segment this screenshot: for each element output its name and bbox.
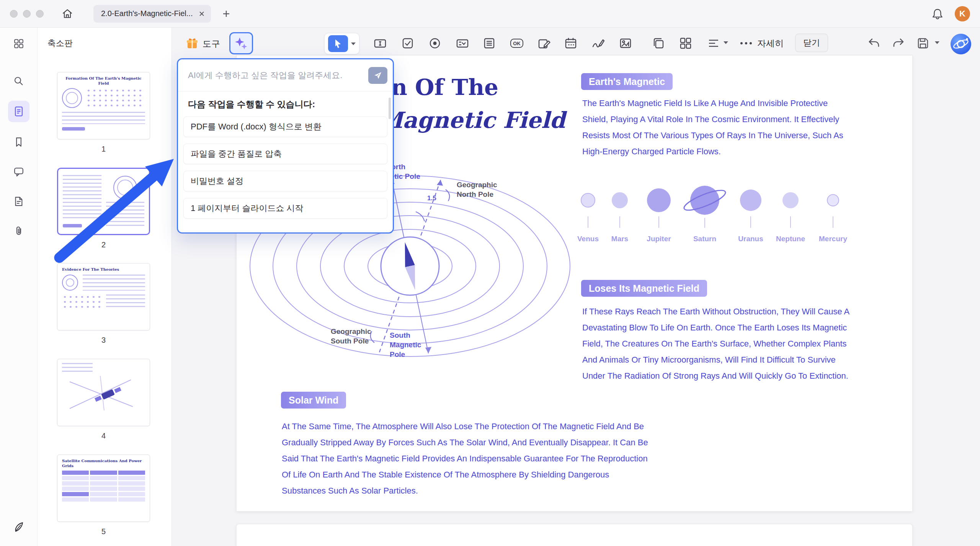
south-magnetic-pole-label: South Magnetic Pole [390, 330, 421, 359]
sidebar-item-search[interactable] [10, 72, 28, 90]
pen-nib-icon [13, 521, 25, 533]
section-paragraph-1: The Earth's Magnetic Field Is Like A Hug… [582, 95, 850, 160]
tools-menu-button[interactable]: 도구 [182, 34, 224, 54]
ai-assistant-button[interactable] [229, 32, 253, 54]
tab-title: 2.0-Earth's-Magnetic-Fiel... [101, 9, 193, 18]
signature-tool-button[interactable] [590, 34, 607, 52]
thumbnail-page-1[interactable]: Formation Of The Earth's Magnetic Field [57, 72, 150, 139]
thumbnail-page-3[interactable]: Evidence For The Theories [57, 263, 150, 330]
document-icon [13, 105, 25, 118]
push-button-tool-button[interactable]: OK [508, 34, 526, 52]
geographic-south-pole-label: Geographic South Pole [331, 327, 371, 346]
align-tool-button[interactable] [705, 34, 722, 52]
image-field-tool-button[interactable] [617, 34, 634, 52]
section-badge-earths-magnetic: Earth's Magnetic [581, 73, 673, 90]
traffic-light-minimize-button[interactable] [23, 10, 31, 18]
avatar-initial: K [959, 9, 965, 19]
user-avatar[interactable]: K [955, 6, 970, 21]
thumbnail-title: Satellite Communications And Power Grids [62, 459, 145, 468]
tab-close-button[interactable] [199, 11, 205, 17]
save-dropdown-chevron-icon[interactable] [935, 41, 939, 44]
page-number-label: 5 [57, 527, 150, 536]
date-field-tool-button[interactable] [562, 34, 580, 52]
more-tools-label: 자세히 [757, 38, 784, 49]
page-number-label: 4 [57, 432, 150, 440]
organize-pages-button[interactable] [677, 34, 694, 52]
tools-menu-label: 도구 [203, 38, 220, 50]
new-tab-button[interactable] [219, 6, 234, 21]
thumbnail-page-4[interactable] [57, 359, 150, 426]
sidebar-item-pen-tools[interactable] [10, 518, 28, 536]
select-tool-group [324, 33, 359, 54]
close-toolbar-button[interactable]: 닫기 [795, 34, 828, 52]
ai-suggestion-set-password[interactable]: 비밀번호 설정 [183, 171, 387, 191]
ok-stamp-label: OK [510, 39, 523, 48]
planet-label-jupiter: Jupiter [632, 235, 686, 243]
sidebar-item-thumbnails[interactable] [8, 101, 29, 122]
geographic-north-pole-label: Geographic North Pole [457, 180, 497, 199]
combo-box-tool-button[interactable] [454, 34, 471, 52]
ai-command-input[interactable] [188, 70, 364, 80]
mini-text [62, 112, 145, 124]
ai-popup-header: 다음 작업을 수행할 수 있습니다: [188, 98, 383, 110]
notifications-button[interactable] [931, 7, 944, 20]
redo-button[interactable] [890, 34, 907, 52]
tilt-angle-label: 1.5 [427, 193, 436, 203]
mini-satellite-diagram [62, 372, 146, 414]
planet-label-mercury: Mercury [806, 235, 860, 243]
ai-input-row [178, 59, 393, 92]
document-page-2-preview[interactable] [236, 524, 913, 546]
search-icon [13, 75, 24, 87]
select-tool-dropdown-chevron-icon[interactable] [351, 43, 356, 45]
radio-button-tool-button[interactable] [426, 34, 444, 52]
ai-sparkle-icon [234, 36, 248, 50]
page-icon [13, 196, 24, 207]
gift-icon [186, 37, 199, 50]
send-button[interactable] [368, 67, 387, 84]
list-box-tool-button[interactable] [480, 34, 498, 52]
undo-button[interactable] [865, 34, 883, 52]
section-paragraph-3: At The Same Time, The Atmosphere Will Al… [282, 418, 651, 499]
section-badge-loses-field: Loses Its Magnetic Field [581, 280, 707, 297]
popup-scrollbar[interactable] [389, 98, 391, 119]
copy-tool-button[interactable] [650, 34, 667, 52]
send-icon [373, 71, 382, 80]
ai-orb-icon [950, 33, 972, 55]
edit-field-tool-button[interactable] [535, 34, 553, 52]
sidebar-item-pages[interactable] [10, 192, 28, 211]
section-paragraph-2: If These Rays Reach The Earth Without Ob… [582, 304, 850, 384]
ai-suggestion-start-slideshow[interactable]: 1 페이지부터 슬라이드쇼 시작 [183, 198, 387, 219]
mini-dots [86, 88, 145, 107]
mini-badge [62, 127, 85, 131]
sidebar-item-attachments[interactable] [10, 222, 28, 240]
bookmark-icon [13, 136, 24, 148]
traffic-light-zoom-button[interactable] [36, 10, 44, 18]
ai-suggestion-compress-file[interactable]: 파일을 중간 품질로 압축 [183, 144, 387, 164]
sidebar-item-bookmarks[interactable] [10, 133, 28, 151]
align-dropdown-chevron-icon[interactable] [724, 41, 728, 44]
save-button[interactable] [914, 34, 932, 52]
ai-popup: 다음 작업을 수행할 수 있습니다: PDF를 Word (.docx) 형식으… [177, 58, 394, 234]
navigation-rail [0, 28, 38, 546]
document-tab[interactable]: 2.0-Earth's-Magnetic-Fiel... [93, 5, 211, 23]
mini-diagram [62, 88, 82, 108]
thumbnail-page-5[interactable]: Satellite Communications And Power Grids [57, 454, 150, 522]
more-tools-button[interactable]: 자세히 [737, 34, 787, 52]
select-tool-button[interactable] [328, 35, 348, 52]
thumbnail-title: Formation Of The Earth's Magnetic Field [62, 76, 145, 86]
planets-figure [573, 183, 864, 232]
checkbox-tool-button[interactable] [399, 34, 416, 52]
apps-grid-icon [13, 38, 24, 49]
comment-icon [13, 166, 24, 178]
paperclip-icon [13, 226, 24, 237]
home-button[interactable] [59, 5, 76, 22]
text-field-tool-button[interactable] [371, 34, 389, 52]
ai-assistant-floating-button[interactable] [950, 33, 972, 55]
main-area: 도구 OK 자세히 닫기 [172, 28, 980, 546]
sidebar-item-comments[interactable] [10, 163, 28, 181]
sidebar-item-apps[interactable] [10, 34, 28, 53]
titlebar: 2.0-Earth's-Magnetic-Fiel... K [0, 0, 980, 28]
ai-suggestion-convert-to-word[interactable]: PDF를 Word (.docx) 형식으로 변환 [183, 116, 387, 137]
traffic-light-close-button[interactable] [10, 10, 18, 18]
page-number-label: 3 [57, 336, 150, 345]
